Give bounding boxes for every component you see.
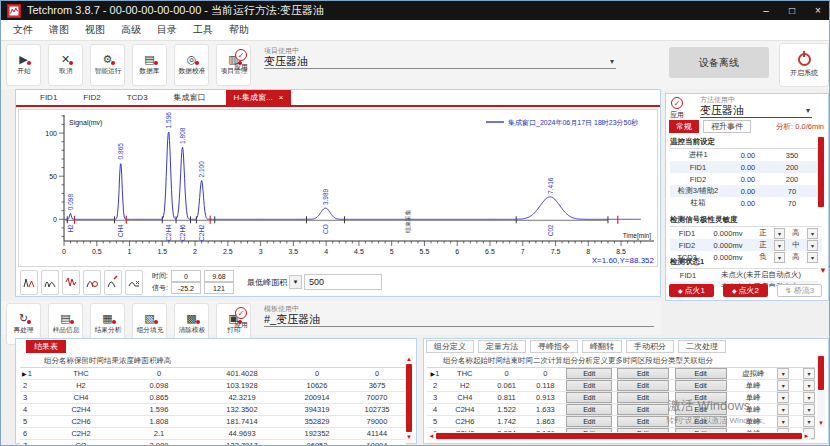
component-panel-tab[interactable]: 二次处理 [678, 340, 726, 353]
peak-tool-icon-5[interactable] [104, 270, 122, 295]
toolbar-button[interactable]: ▤ 数据库 [132, 44, 167, 86]
scroll-left-icon[interactable]: ◄ [427, 433, 436, 439]
cell-setpoint[interactable]: 200 [770, 175, 814, 184]
related-component-dropdown-icon[interactable]: ▾ [803, 404, 815, 415]
polarity-dropdown-icon[interactable]: ▾ [774, 228, 785, 239]
cell-setpoint[interactable]: 350 [770, 151, 814, 160]
edit-secondary-calc-button[interactable]: Edit [566, 404, 612, 415]
method-select-field[interactable]: 方法使用中 变压器油 ▾ [700, 96, 812, 118]
related-component-dropdown-icon[interactable]: ▾ [803, 368, 815, 379]
column-header[interactable]: 关联组分 [683, 356, 713, 366]
vertical-scrollbar[interactable]: ▼ [817, 355, 825, 427]
device-status-button[interactable]: 设备离线 [669, 47, 769, 78]
column-header[interactable]: 二次计算 [533, 356, 563, 366]
tab-results-table[interactable]: 结果表 [26, 340, 66, 353]
signal-tab[interactable]: FID2 [83, 93, 100, 102]
cell-setpoint[interactable]: 200 [770, 163, 814, 172]
edit-analysis-definition-button[interactable]: Edit [617, 380, 669, 391]
table-row[interactable]: 7 CO 3.989 132.7817 96953 10994 [20, 440, 406, 446]
toolbar-button[interactable]: ✕ 取消 [48, 44, 83, 86]
menu-item[interactable]: 帮助 [221, 23, 257, 37]
peak-type-dropdown-icon[interactable]: ▾ [777, 404, 789, 415]
table-row[interactable]: FID1 0.00 200 [670, 161, 818, 173]
table-row[interactable]: 柱箱 0.00 70 [670, 197, 818, 209]
cell-setpoint[interactable]: 70 [770, 187, 814, 196]
table-row[interactable]: 检测3/辅助2 0.00 70 [670, 185, 818, 197]
table-row[interactable]: ▶1 THC 0 0 Edit Edit Edit 虚拟峰 ▾ ▾ [427, 368, 815, 380]
component-panel-tab[interactable]: 手动积分 [626, 340, 674, 353]
table-row[interactable]: 3 CH4 0.865 42.3219 200914 70070 [20, 392, 406, 404]
column-header[interactable]: 组分分析定义 [563, 356, 608, 366]
sensitivity-dropdown-icon[interactable]: ▾ [807, 228, 818, 239]
vertical-scrollbar[interactable]: ▲ ▼ [405, 355, 413, 441]
column-header[interactable]: 结束时间 [503, 356, 533, 366]
column-header[interactable]: 组分名称 [443, 356, 473, 366]
peak-tool-icon-1[interactable] [20, 270, 38, 295]
tab-temperature-program[interactable]: 程升事件 [703, 120, 751, 133]
column-header[interactable]: 组分名称 [44, 356, 74, 366]
scrollbar-thumb[interactable] [406, 364, 412, 432]
column-header[interactable]: 峰面积 [134, 356, 157, 366]
edit-secondary-calc-button[interactable]: Edit [566, 380, 612, 391]
signal-tab[interactable]: 集成窗口 [174, 92, 206, 103]
peak-tool-icon-4[interactable] [83, 270, 101, 295]
ignite-2-button[interactable]: ◆ 点火2 [723, 284, 768, 297]
project-select-field[interactable]: 项目使用中 变压器油 ▾ [264, 47, 616, 69]
table-row[interactable]: 进样1 0.00 350 [670, 149, 818, 161]
sensitivity-dropdown-icon[interactable]: ▾ [807, 240, 818, 251]
apply-method-button[interactable]: ✓ 应用 [670, 97, 684, 120]
peak-tool-icon-2[interactable] [41, 270, 59, 295]
column-header[interactable]: 结果浓度 [104, 356, 134, 366]
time-from-input[interactable]: 0 [171, 270, 201, 282]
peak-type-dropdown-icon[interactable]: ▾ [777, 380, 789, 391]
edit-secondary-calc-button[interactable]: Edit [566, 368, 612, 379]
table-row[interactable]: 3 CH4 0.811 0.913 Edit Edit Edit 单峰 ▾ ▾ [427, 392, 815, 404]
component-panel-tab[interactable]: 寻峰指令 [530, 340, 578, 353]
apply-project-button[interactable]: ✓ 应用 [234, 49, 248, 72]
peak-tool-icon-3[interactable] [62, 270, 80, 295]
min-peak-area-dropdown-icon[interactable]: ▾ [289, 275, 302, 289]
related-component-dropdown-icon[interactable]: ▾ [803, 416, 815, 427]
table-row[interactable]: 2 H2 0.098 103.1928 10626 3675 [20, 380, 406, 392]
edit-secondary-calc-button[interactable]: Edit [566, 416, 612, 427]
table-row[interactable]: 2 H2 0.061 0.118 Edit Edit Edit 单峰 ▾ ▾ [427, 380, 815, 392]
component-panel-tab[interactable]: 峰翻转 [582, 340, 622, 353]
close-tab-icon[interactable]: × [279, 93, 284, 102]
dropdown-arrow-icon[interactable]: ▾ [806, 106, 810, 115]
cell-setpoint[interactable]: 70 [770, 199, 814, 208]
scrollbar-thumb[interactable] [818, 137, 824, 207]
scrollbar-thumb[interactable] [818, 356, 824, 390]
tab-general[interactable]: 常规 [669, 120, 699, 133]
min-peak-area-input[interactable]: 500 [304, 274, 382, 290]
related-component-dropdown-icon[interactable]: ▾ [803, 380, 815, 391]
edit-analysis-definition-button[interactable]: Edit [617, 416, 669, 427]
bridge-current-button[interactable]: ↯ 桥流3 [777, 284, 822, 297]
column-header[interactable]: 更多时间区段 [608, 356, 653, 366]
scroll-right-icon[interactable]: ► [802, 433, 811, 439]
scrollbar-thumb[interactable] [436, 433, 802, 439]
signal-tab[interactable]: FID1 [40, 93, 57, 102]
component-panel-tab[interactable]: 组分定义 [426, 340, 474, 353]
signal-from-input[interactable]: -25.2 [171, 282, 201, 294]
signal-tab[interactable]: TCD3 [127, 93, 148, 102]
power-on-button[interactable]: 开启系统 [779, 43, 829, 87]
peak-type-dropdown-icon[interactable]: ▾ [777, 368, 789, 379]
component-panel-tab[interactable]: 定量方法 [478, 340, 526, 353]
edit-analysis-definition-button[interactable]: Edit [617, 368, 669, 379]
edit-analysis-definition-button[interactable]: Edit [617, 392, 669, 403]
toolbar-button[interactable]: ◎ 数据校准 [174, 44, 209, 86]
column-header[interactable]: 峰高 [157, 356, 172, 366]
table-row[interactable]: ▶1 THC 0 401.4028 0 0 [20, 368, 406, 380]
edit-time-ranges-button[interactable]: Edit [675, 380, 727, 391]
table-row[interactable]: 5 C2H6 1.808 181.7414 352829 79000 [20, 416, 406, 428]
table-row[interactable]: FID1 0.000mv 正 ▾ 高 ▾ [670, 227, 822, 239]
column-header[interactable]: 保留时间 [74, 356, 104, 366]
peak-type-dropdown-icon[interactable]: ▾ [777, 416, 789, 427]
close-button[interactable]: × [805, 1, 830, 20]
edit-analysis-definition-button[interactable]: Edit [617, 404, 669, 415]
dropdown-arrow-icon[interactable]: ▾ [610, 57, 614, 66]
menu-item[interactable]: 谱图 [41, 23, 77, 37]
toolbar-button[interactable]: ⚙ 智能运行 [90, 44, 125, 86]
peak-type-dropdown-icon[interactable]: ▾ [777, 392, 789, 403]
scroll-down-icon[interactable]: ▼ [818, 419, 824, 427]
